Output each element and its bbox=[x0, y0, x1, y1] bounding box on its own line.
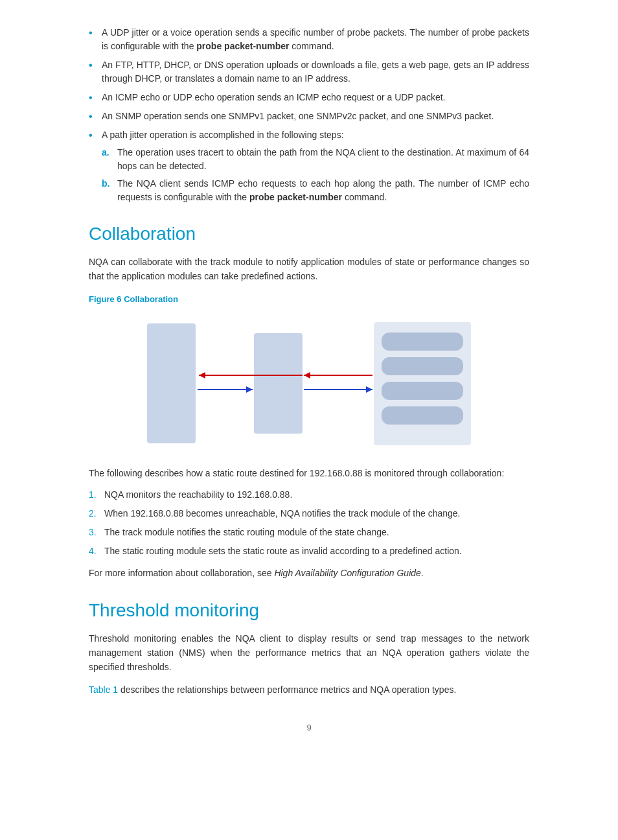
bullet-item-5: A path jitter operation is accomplished … bbox=[89, 128, 529, 204]
sub-text-b-after: command. bbox=[342, 192, 387, 202]
sub-item-b: b. The NQA client sends ICMP echo reques… bbox=[102, 177, 529, 204]
svg-marker-12 bbox=[304, 372, 310, 379]
sub-list: a. The operation uses tracert to obtain … bbox=[102, 146, 529, 204]
step-1: 1. NQA monitors the reachability to 192.… bbox=[89, 488, 529, 502]
table-1-link[interactable]: Table 1 bbox=[89, 684, 118, 695]
table-ref-after: describes the relationships between perf… bbox=[118, 684, 456, 695]
svg-rect-5 bbox=[382, 382, 463, 400]
bullet-item-1: A UDP jitter or a voice operation sends … bbox=[89, 26, 529, 53]
bullet-item-2: An FTP, HTTP, DHCP, or DNS operation upl… bbox=[89, 58, 529, 86]
svg-rect-4 bbox=[382, 357, 463, 375]
threshold-table-ref: Table 1 describes the relationships betw… bbox=[89, 682, 529, 697]
step-2: 2. When 192.168.0.88 becomes unreachable… bbox=[89, 507, 529, 520]
collaboration-diagram bbox=[89, 310, 529, 453]
svg-marker-10 bbox=[246, 386, 253, 393]
footnote-after: . bbox=[421, 568, 424, 578]
step-num-1: 1. bbox=[89, 488, 97, 502]
step-num-4: 4. bbox=[89, 544, 97, 558]
step-text-1: NQA monitors the reachability to 192.168… bbox=[104, 489, 292, 500]
step-text-2: When 192.168.0.88 becomes unreachable, N… bbox=[104, 508, 460, 519]
step-num-3: 3. bbox=[89, 526, 97, 539]
collaboration-steps: 1. NQA monitors the reachability to 192.… bbox=[89, 488, 529, 558]
step-num-2: 2. bbox=[89, 507, 97, 520]
svg-marker-14 bbox=[366, 386, 372, 393]
step-3: 3. The track module notifies the static … bbox=[89, 526, 529, 539]
sub-item-a: a. The operation uses tracert to obtain … bbox=[102, 146, 529, 173]
bullet-text-1b: command. bbox=[289, 41, 334, 51]
sub-bold-b: probe packet-number bbox=[249, 192, 342, 202]
step-4: 4. The static routing module sets the st… bbox=[89, 544, 529, 558]
bullet-text-5: A path jitter operation is accomplished … bbox=[102, 130, 344, 140]
collaboration-svg bbox=[128, 310, 490, 453]
page-content: A UDP jitter or a voice operation sends … bbox=[50, 0, 568, 771]
bullet-bold-1: probe packet-number bbox=[196, 41, 289, 51]
bullet-text-3: An ICMP echo or UDP echo operation sends… bbox=[102, 92, 445, 102]
svg-rect-3 bbox=[382, 332, 463, 351]
bullet-text-4: An SNMP operation sends one SNMPv1 packe… bbox=[102, 111, 494, 121]
svg-rect-1 bbox=[254, 333, 303, 434]
bullet-item-4: An SNMP operation sends one SNMPv1 packe… bbox=[89, 110, 529, 123]
collaboration-footnote: For more information about collaboration… bbox=[89, 566, 529, 580]
footnote-before: For more information about collaboration… bbox=[89, 568, 274, 578]
svg-rect-6 bbox=[382, 406, 463, 425]
sub-label-a: a. bbox=[102, 146, 109, 159]
step-text-4: The static routing module sets the stati… bbox=[104, 546, 462, 556]
top-bullet-list: A UDP jitter or a voice operation sends … bbox=[89, 26, 529, 204]
step-text-3: The track module notifies the static rou… bbox=[104, 527, 389, 537]
footnote-italic: High Availability Configuration Guide bbox=[274, 568, 420, 578]
collaboration-steps-intro: The following describes how a static rou… bbox=[89, 466, 529, 480]
bullet-item-3: An ICMP echo or UDP echo operation sends… bbox=[89, 91, 529, 104]
collaboration-title: Collaboration bbox=[89, 224, 529, 244]
sub-text-a: The operation uses tracert to obtain the… bbox=[117, 147, 529, 171]
svg-marker-8 bbox=[199, 372, 205, 379]
figure-label: Figure 6 Collaboration bbox=[89, 294, 529, 304]
svg-rect-0 bbox=[147, 323, 196, 443]
threshold-body: Threshold monitoring enables the NQA cli… bbox=[89, 631, 529, 675]
sub-label-b: b. bbox=[102, 177, 109, 191]
collaboration-body: NQA can collaborate with the track modul… bbox=[89, 255, 529, 284]
page-number: 9 bbox=[89, 723, 529, 732]
bullet-text-2: An FTP, HTTP, DHCP, or DNS operation upl… bbox=[102, 60, 529, 84]
threshold-title: Threshold monitoring bbox=[89, 600, 529, 621]
